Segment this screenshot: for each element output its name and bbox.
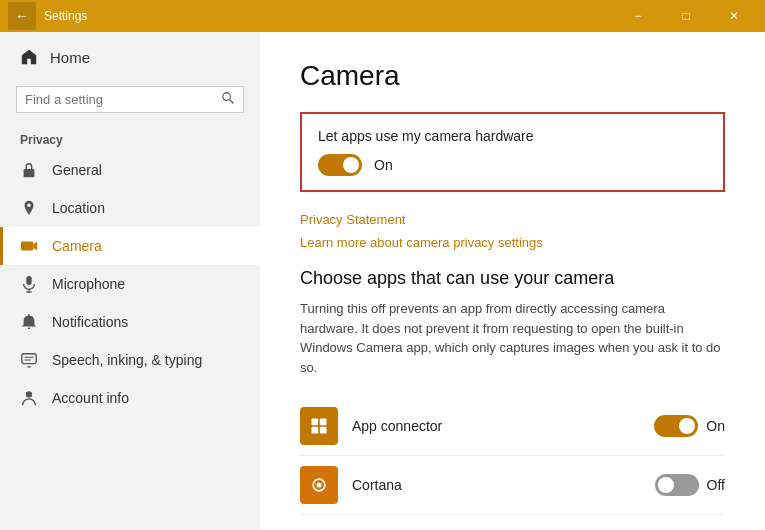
app-connector-svg [309, 416, 329, 436]
svg-rect-3 [21, 242, 34, 251]
minimize-button[interactable]: − [615, 0, 661, 32]
app-item-app-connector: App connector On [300, 397, 725, 456]
svg-marker-4 [34, 242, 38, 251]
page-title: Camera [300, 60, 725, 92]
cortana-svg [309, 475, 329, 495]
app-item-cortana: Cortana Off [300, 456, 725, 515]
svg-point-17 [317, 483, 322, 488]
camera-toggle-box: Let apps use my camera hardware On [300, 112, 725, 192]
back-button[interactable]: ← [8, 2, 36, 30]
bell-icon [20, 313, 38, 331]
app-connector-name: App connector [352, 418, 654, 434]
svg-rect-15 [320, 427, 327, 434]
learn-more-link[interactable]: Learn more about camera privacy settings [300, 235, 725, 250]
choose-apps-heading: Choose apps that can use your camera [300, 268, 725, 289]
sidebar-item-camera-label: Camera [52, 238, 102, 254]
maximize-button[interactable]: □ [663, 0, 709, 32]
toggle-row: On [318, 154, 707, 176]
search-icon [221, 91, 235, 105]
sidebar-item-speech[interactable]: Speech, inking, & typing [0, 341, 260, 379]
location-icon [20, 199, 38, 217]
sidebar-item-location[interactable]: Location [0, 189, 260, 227]
app-connector-toggle[interactable] [654, 415, 698, 437]
sidebar-item-location-label: Location [52, 200, 105, 216]
sidebar-item-general[interactable]: General [0, 151, 260, 189]
svg-point-0 [223, 93, 231, 101]
account-icon [20, 389, 38, 407]
home-icon [20, 48, 38, 66]
camera-icon [20, 237, 38, 255]
app-connector-toggle-status: On [706, 418, 725, 434]
section-description: Turning this off prevents an app from di… [300, 299, 725, 377]
svg-rect-13 [320, 419, 327, 426]
speech-icon [20, 351, 38, 369]
main-content: Camera Let apps use my camera hardware O… [260, 32, 765, 530]
app-connector-toggle-row: On [654, 415, 725, 437]
cortana-toggle-status: Off [707, 477, 725, 493]
titlebar-title: Settings [44, 9, 87, 23]
mic-icon [20, 275, 38, 293]
sidebar-item-general-label: General [52, 162, 102, 178]
svg-rect-2 [24, 169, 35, 177]
close-button[interactable]: ✕ [711, 0, 757, 32]
search-button[interactable] [221, 91, 235, 108]
privacy-statement-link[interactable]: Privacy Statement [300, 212, 725, 227]
sidebar-item-speech-label: Speech, inking, & typing [52, 352, 202, 368]
svg-point-11 [26, 391, 32, 397]
camera-toggle-switch[interactable] [318, 154, 362, 176]
sidebar-item-account-info-label: Account info [52, 390, 129, 406]
search-input[interactable] [25, 92, 221, 107]
svg-rect-5 [26, 276, 31, 285]
sidebar-item-account-info[interactable]: Account info [0, 379, 260, 417]
svg-rect-14 [312, 427, 319, 434]
search-box [16, 86, 244, 113]
app-connector-icon [300, 407, 338, 445]
cortana-toggle[interactable] [655, 474, 699, 496]
cortana-toggle-row: Off [655, 474, 725, 496]
svg-line-1 [230, 100, 234, 104]
sidebar-home-label: Home [50, 49, 90, 66]
sidebar-item-microphone[interactable]: Microphone [0, 265, 260, 303]
sidebar-item-camera[interactable]: Camera [0, 227, 260, 265]
svg-rect-8 [22, 354, 36, 364]
svg-rect-12 [312, 419, 319, 426]
cortana-name: Cortana [352, 477, 655, 493]
camera-toggle-status: On [374, 157, 393, 173]
titlebar-controls: − □ ✕ [615, 0, 757, 32]
sidebar-section-label: Privacy [0, 125, 260, 151]
app-container: Home Privacy General Loc [0, 32, 765, 530]
cortana-icon [300, 466, 338, 504]
titlebar: ← Settings − □ ✕ [0, 0, 765, 32]
titlebar-left: ← Settings [8, 2, 87, 30]
camera-toggle-label: Let apps use my camera hardware [318, 128, 707, 144]
lock-icon [20, 161, 38, 179]
sidebar-item-notifications[interactable]: Notifications [0, 303, 260, 341]
sidebar-item-home[interactable]: Home [0, 32, 260, 82]
sidebar: Home Privacy General Loc [0, 32, 260, 530]
sidebar-item-microphone-label: Microphone [52, 276, 125, 292]
sidebar-item-notifications-label: Notifications [52, 314, 128, 330]
